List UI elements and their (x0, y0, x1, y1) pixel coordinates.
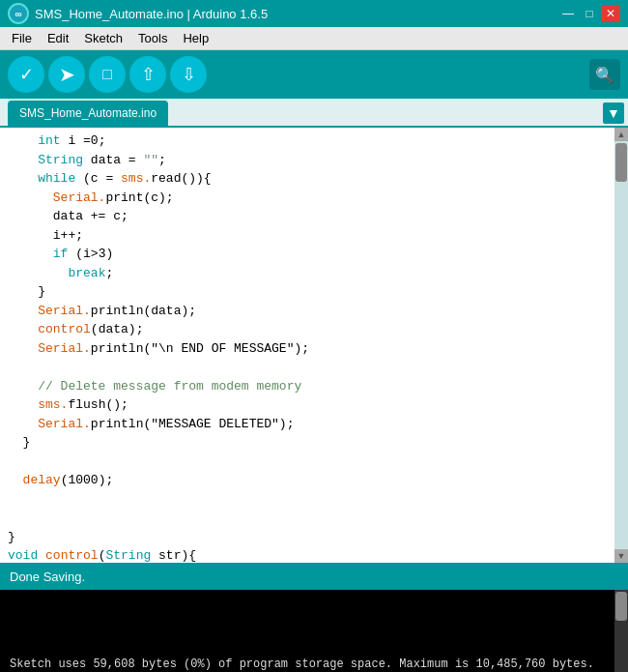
code-line: Serial.println(data); (8, 302, 607, 321)
scrollbar-up-button[interactable]: ▲ (614, 128, 628, 141)
maximize-button[interactable]: □ (580, 5, 599, 22)
console-output: Sketch uses 59,608 bytes (0%) of program… (0, 590, 628, 672)
code-line: void control(String str){ (8, 546, 607, 563)
console-text: Sketch uses 59,608 bytes (0%) of program… (10, 657, 594, 671)
code-line: sms.flush(); (8, 395, 607, 415)
code-line: Serial.println("\n END OF MESSAGE"); (8, 339, 607, 359)
code-line: int i =0; (8, 131, 607, 151)
code-content[interactable]: int i =0; String data = ""; while (c = s… (0, 128, 614, 563)
open-button[interactable]: ⇧ (129, 56, 166, 93)
code-line: data += c; (8, 207, 607, 226)
upload-button[interactable]: ➤ (48, 56, 85, 93)
code-line (8, 453, 607, 472)
code-line: // Delete message from modem memory (8, 377, 607, 396)
menu-bar: File Edit Sketch Tools Help (0, 27, 628, 50)
menu-help[interactable]: Help (175, 29, 216, 47)
status-bar: Done Saving. (0, 563, 628, 590)
code-line: } (8, 528, 607, 547)
console-scroll-thumb[interactable] (615, 592, 627, 621)
code-line: Serial.println("MESSAGE DELETED"); (8, 415, 607, 434)
new-button[interactable]: □ (89, 56, 126, 93)
tab-label: SMS_Home_Automate.ino (19, 106, 157, 120)
editor-scrollbar[interactable]: ▲ ▼ (614, 128, 628, 563)
scrollbar-thumb[interactable] (615, 143, 627, 182)
code-line: } (8, 282, 607, 302)
verify-button[interactable]: ✓ (8, 56, 44, 93)
menu-tools[interactable]: Tools (130, 29, 175, 47)
tab-dropdown-arrow[interactable]: ▼ (603, 102, 624, 124)
app-logo: ∞ (8, 3, 29, 24)
code-line: break; (8, 264, 607, 283)
search-button[interactable]: 🔍 (589, 59, 620, 90)
close-button[interactable]: ✕ (601, 5, 620, 22)
code-line (8, 358, 607, 377)
save-button[interactable]: ⇩ (170, 56, 207, 93)
code-line: control(data); (8, 320, 607, 339)
menu-file[interactable]: File (4, 29, 40, 47)
code-line: } (8, 433, 607, 453)
code-line (8, 490, 607, 510)
console-scrollbar[interactable] (614, 590, 628, 672)
menu-edit[interactable]: Edit (40, 29, 76, 47)
code-line: i++; (8, 226, 607, 246)
code-editor: int i =0; String data = ""; while (c = s… (0, 128, 628, 563)
code-line: delay(1000); (8, 471, 607, 490)
window-title: SMS_Home_Automate.ino | Arduino 1.6.5 (35, 7, 268, 21)
code-line: String data = ""; (8, 151, 607, 170)
title-left: ∞ SMS_Home_Automate.ino | Arduino 1.6.5 (8, 3, 268, 24)
active-tab[interactable]: SMS_Home_Automate.ino (8, 101, 168, 126)
tab-bar: SMS_Home_Automate.ino ▼ (0, 99, 628, 128)
code-line: Serial.print(c); (8, 189, 607, 208)
scrollbar-down-button[interactable]: ▼ (614, 549, 628, 563)
code-line: if (i>3) (8, 245, 607, 264)
toolbar: ✓ ➤ □ ⇧ ⇩ 🔍 (0, 50, 628, 99)
code-line (8, 509, 607, 528)
title-bar: ∞ SMS_Home_Automate.ino | Arduino 1.6.5 … (0, 0, 628, 27)
minimize-button[interactable]: — (558, 5, 578, 22)
code-line: while (c = sms.read()){ (8, 169, 607, 189)
status-text: Done Saving. (10, 570, 85, 584)
window-controls: — □ ✕ (558, 5, 620, 22)
menu-sketch[interactable]: Sketch (76, 29, 130, 47)
